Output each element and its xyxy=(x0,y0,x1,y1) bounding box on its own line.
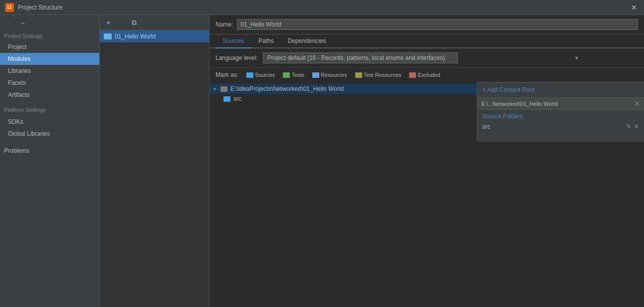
module-name-input[interactable] xyxy=(237,19,638,30)
sidebar-item-libraries[interactable]: Libraries xyxy=(0,65,99,77)
tab-sources[interactable]: Sources xyxy=(215,34,251,48)
sidebar-item-problems[interactable]: Problems xyxy=(0,145,99,157)
content-panel: Name: Sources Paths Dependencies Languag… xyxy=(210,15,644,307)
tab-paths[interactable]: Paths xyxy=(251,34,281,48)
module-folder-icon xyxy=(104,33,112,39)
platform-settings-label: Platform Settings xyxy=(0,105,99,115)
popup-close-button[interactable]: ✕ xyxy=(635,100,640,107)
mark-excluded-button[interactable]: Excluded xyxy=(406,71,443,79)
copy-module-button[interactable]: ⧉ xyxy=(129,17,140,28)
close-button[interactable]: ✕ xyxy=(629,2,639,12)
test-resources-folder-icon xyxy=(355,72,362,78)
tree-item-src[interactable]: src xyxy=(210,94,477,104)
mark-test-resources-button[interactable]: Test Resources xyxy=(352,71,405,79)
remove-module-button[interactable]: − xyxy=(116,17,127,28)
language-level-label: Language level: xyxy=(215,54,258,61)
add-content-root-button[interactable]: + Add Content Root xyxy=(477,82,644,98)
add-module-button[interactable]: + xyxy=(103,17,114,28)
delete-source-button[interactable]: ✕ xyxy=(634,123,639,130)
module-list-item[interactable]: 01_Hello World xyxy=(100,30,209,42)
popup-path: E:\...Networked\01_Hello World xyxy=(481,101,558,107)
language-level-select[interactable]: Project default (16 - Records, patterns,… xyxy=(263,52,458,63)
sidebar-item-modules[interactable]: Modules xyxy=(0,53,99,65)
tab-dependencies[interactable]: Dependencies xyxy=(281,34,333,48)
src-folder-icon xyxy=(223,96,230,102)
source-actions: ✎ ✕ xyxy=(626,123,639,130)
sidebar-item-global-libraries[interactable]: Global Libraries xyxy=(0,128,99,140)
mark-as-row: Mark as: Sources Tests Resources Test Re… xyxy=(210,68,644,82)
popup-panel: + Add Content Root E:\...Networked\01_He… xyxy=(477,82,644,142)
mark-sources-button[interactable]: Sources xyxy=(243,71,278,79)
name-label: Name: xyxy=(215,21,233,28)
edit-source-button[interactable]: ✎ xyxy=(626,123,632,130)
source-folders-label: Source Folders xyxy=(477,110,644,121)
popup-source-row: src ✎ ✕ xyxy=(477,121,644,132)
mark-tests-button[interactable]: Tests xyxy=(280,71,307,79)
popup-header: E:\...Networked\01_Hello World ✕ xyxy=(477,98,644,110)
sidebar-item-artifacts[interactable]: Artifacts xyxy=(0,89,99,101)
mark-resources-button[interactable]: Resources xyxy=(309,71,350,79)
language-level-row: Language level: Project default (16 - Re… xyxy=(210,48,644,68)
sidebar-item-facets[interactable]: Facets xyxy=(0,77,99,89)
module-panel: + − ⧉ 01_Hello World xyxy=(100,15,210,307)
title-bar-text: Project Structure xyxy=(18,4,629,11)
module-toolbar: + − ⧉ xyxy=(100,15,209,30)
sidebar-nav: ← → xyxy=(0,15,99,31)
file-tree-area: ▾ E:\IdeaProjects\Networked\01_Hello Wor… xyxy=(210,82,644,307)
resources-folder-icon xyxy=(312,72,319,78)
title-bar: IJ Project Structure ✕ xyxy=(0,0,644,15)
nav-back-button[interactable]: ← xyxy=(4,18,15,28)
tests-folder-icon xyxy=(283,72,290,78)
tabs-row: Sources Paths Dependencies xyxy=(210,34,644,48)
sidebar: ← → Project Settings Project Modules Lib… xyxy=(0,15,100,307)
tree-item-root[interactable]: ▾ E:\IdeaProjects\Networked\01_Hello Wor… xyxy=(210,84,477,94)
source-entry-name: src xyxy=(482,123,490,130)
excluded-folder-icon xyxy=(409,72,416,78)
root-folder-icon xyxy=(220,86,227,92)
nav-forward-button[interactable]: → xyxy=(17,18,28,28)
app-icon: IJ xyxy=(5,3,14,12)
mark-as-label: Mark as: xyxy=(215,71,238,78)
name-row: Name: xyxy=(210,15,644,34)
tree-chevron-root: ▾ xyxy=(214,86,218,92)
file-tree: ▾ E:\IdeaProjects\Networked\01_Hello Wor… xyxy=(210,82,477,307)
project-settings-label: Project Settings xyxy=(0,31,99,41)
tree-src-name: src xyxy=(233,95,241,102)
sources-folder-icon xyxy=(246,72,253,78)
sidebar-item-project[interactable]: Project xyxy=(0,41,99,53)
module-name: 01_Hello World xyxy=(115,33,156,40)
language-level-select-wrapper: Project default (16 - Records, patterns,… xyxy=(263,52,582,63)
tree-root-path: E:\IdeaProjects\Networked\01_Hello World xyxy=(230,85,344,92)
sidebar-item-sdks[interactable]: SDKs xyxy=(0,116,99,128)
main-layout: ← → Project Settings Project Modules Lib… xyxy=(0,15,644,307)
